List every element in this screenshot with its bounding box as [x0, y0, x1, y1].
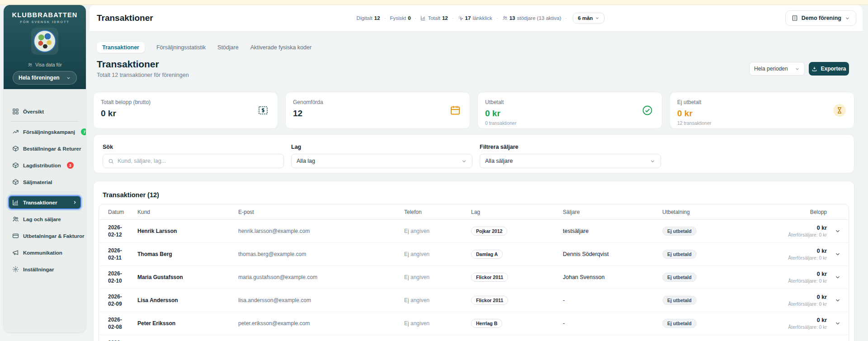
topbar-stat: Digitalt 12 — [357, 15, 386, 21]
cell-kund: Maria Gustafsson — [137, 274, 238, 280]
stat-cards: Totalt belopp (brutto) 0 kr Genomförda 1… — [93, 92, 854, 129]
period-pill[interactable]: 6 mån — [573, 13, 604, 24]
sidebar-item[interactable]: Säljmaterial — [8, 175, 81, 189]
lag-filter-select[interactable]: Alla lag — [291, 154, 472, 168]
cell-epost: henrik.larsson@example.com — [238, 228, 404, 234]
row-expand-chevron[interactable] — [827, 251, 849, 257]
transactions-title: Transaktioner (12) — [103, 191, 845, 199]
utbetalning-pill: Ej utbetald — [662, 250, 697, 259]
tab-label: Transaktioner — [102, 44, 139, 51]
col-belopp: Belopp — [741, 209, 827, 215]
table-row[interactable]: 2026-02-11 Thomas Berg thomas.berg@examp… — [99, 243, 849, 266]
sidebar-item-label: Säljmaterial — [23, 180, 52, 185]
lag-pill: Flickor 2011 — [471, 273, 508, 282]
table-row[interactable]: 2026-02-07 0 krÅterförsäljare: 0 kr — [99, 335, 849, 341]
cell-datum: 2026-02-10 — [108, 270, 137, 284]
period-range-select[interactable]: Hela perioden — [749, 62, 805, 76]
cell-belopp: 0 krÅterförsäljare: 0 kr — [741, 271, 827, 284]
lag-pill: Pojkar 2012 — [471, 227, 507, 236]
chevron-down-icon — [835, 228, 841, 234]
chevron-down-icon — [461, 158, 467, 164]
sidebar-item-label: Inställningar — [23, 267, 54, 272]
table-row[interactable]: 2026-02-12 Henrik Larsson henrik.larsson… — [99, 220, 849, 243]
cell-kund: Henrik Larsson — [137, 228, 238, 234]
export-button[interactable]: Exportera — [809, 62, 849, 76]
sidebar-item[interactable]: Kommunikation — [8, 246, 81, 260]
row-expand-chevron[interactable] — [827, 274, 849, 280]
sidebar-item[interactable]: Transaktioner — [8, 195, 81, 209]
table-row[interactable]: 2026-02-09 Lisa Andersson lisa.andersson… — [99, 289, 849, 312]
package-icon — [12, 145, 19, 152]
sidebar-item[interactable]: Lag och säljare — [8, 212, 81, 226]
row-expand-chevron[interactable] — [827, 320, 849, 327]
cell-belopp: 0 krÅterförsäljare: 0 kr — [741, 294, 827, 307]
cell-kund: Peter Eriksson — [137, 320, 238, 327]
bar-chart-icon — [12, 199, 19, 206]
row-expand-chevron[interactable] — [827, 228, 849, 234]
stat-card: Utbetalt 0 kr 0 transaktioner — [477, 92, 662, 129]
stat-value: 12 — [442, 15, 448, 21]
topbar-stat: Fysiskt 0 — [390, 15, 416, 21]
lag-filter-value: Alla lag — [297, 158, 315, 164]
cell-saljare: - — [563, 320, 662, 327]
stat-card-label: Utbetalt — [485, 99, 655, 105]
scope-select[interactable]: Hela föreningen — [13, 71, 77, 85]
stat-value: 0 — [408, 15, 410, 21]
table-row[interactable]: 2026-02-08 Peter Eriksson peter.eriksson… — [99, 312, 849, 335]
stat-value: 17 — [465, 15, 471, 21]
sidebar-item[interactable]: Beställningar & Returer — [8, 142, 81, 156]
filters-card: Sök Kund, säljare, lag... Lag Alla lag F… — [93, 134, 854, 173]
users-icon — [28, 62, 33, 67]
col-datum: Datum — [108, 209, 137, 215]
tab[interactable]: Stödjare — [217, 44, 239, 51]
cell-telefon: Ej angiven — [404, 274, 471, 280]
tab[interactable]: Transaktioner — [97, 42, 145, 53]
tab[interactable]: Aktiverade fysiska koder — [250, 44, 311, 51]
sidebar-item[interactable]: Översikt — [8, 104, 81, 118]
cell-telefon: Ej angiven — [404, 228, 471, 234]
chevron-down-icon — [835, 274, 841, 280]
menu-divider — [11, 121, 79, 122]
tab[interactable]: Försäljningsstatistik — [156, 44, 206, 51]
building-icon — [792, 15, 798, 21]
tab-label: Försäljningsstatistik — [156, 44, 206, 51]
chevron-down-icon — [795, 66, 800, 71]
stat-label: Fysiskt — [390, 15, 406, 21]
grid-icon — [12, 108, 19, 115]
search-input[interactable]: Kund, säljare, lag... — [103, 154, 284, 168]
cell-datum: 2026-02-07 — [108, 339, 137, 341]
row-expand-chevron[interactable] — [827, 297, 849, 303]
sidebar-item[interactable]: Försäljningskampanj 7 — [8, 125, 81, 139]
topbar-stats: Digitalt 12 Fysiskt 0 Totalt 12 17 — [288, 13, 673, 24]
topbar-stat: Totalt 12 — [420, 15, 453, 21]
col-kund: Kund — [137, 209, 238, 215]
stat-card-subtext: 12 transaktioner — [677, 120, 847, 126]
stat-label: Digitalt — [357, 15, 373, 21]
search-placeholder: Kund, säljare, lag... — [118, 158, 166, 164]
utbetalning-pill: Ej utbetald — [662, 296, 697, 305]
utbetalning-pill: Ej utbetald — [662, 273, 697, 282]
chevron-down-icon — [835, 320, 841, 327]
users-icon — [502, 15, 508, 21]
hourglass-icon — [833, 104, 846, 117]
lag-pill: Damlag A — [471, 250, 503, 259]
sidebar-item[interactable]: Inställningar — [8, 262, 81, 276]
chart-icon — [420, 15, 426, 21]
lag-pill: Herrlag B — [471, 319, 502, 328]
cell-belopp: 0 krÅterförsäljare: 0 kr — [741, 317, 827, 330]
package-icon — [12, 179, 19, 185]
scope-select-value: Hela föreningen — [19, 75, 60, 81]
chevron-down-icon — [595, 16, 599, 20]
topbar-stat: 17 länkklick — [458, 15, 498, 21]
org-switcher-button[interactable]: Demo förening — [785, 10, 856, 26]
notification-badge: 3 — [67, 162, 74, 169]
saljare-filter-select[interactable]: Alla säljare — [480, 154, 661, 168]
sidebar-item[interactable]: Lagdistribution 3 — [8, 158, 81, 172]
table-row[interactable]: 2026-02-10 Maria Gustafsson maria.gustaf… — [99, 266, 849, 289]
chevron-down-icon — [650, 158, 656, 164]
cell-kund: Lisa Andersson — [137, 297, 238, 303]
brand-subtitle: FÖR SVENSK IDROTT — [4, 20, 86, 24]
trending-up-icon — [12, 128, 19, 135]
cell-saljare: testsäljare — [563, 228, 662, 234]
sidebar-item[interactable]: Utbetalningar & Fakturor — [8, 229, 81, 243]
